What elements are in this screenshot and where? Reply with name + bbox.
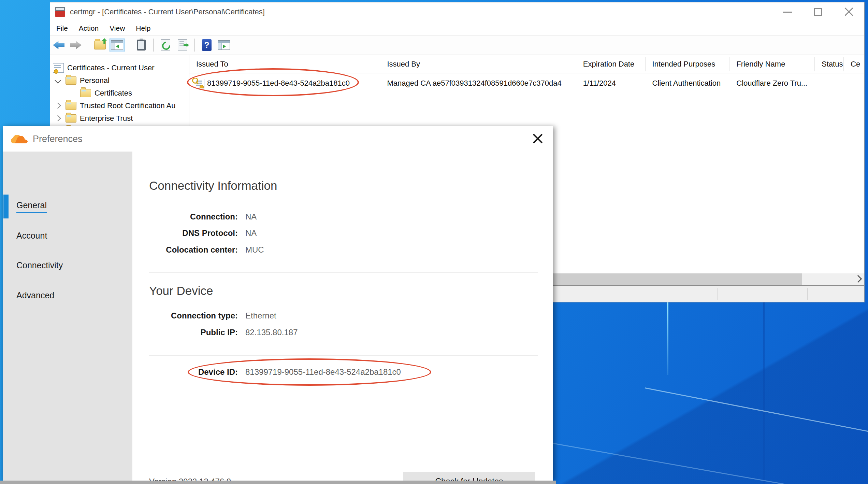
forward-button[interactable] xyxy=(68,38,83,52)
scroll-right-icon[interactable] xyxy=(854,275,862,283)
new-window-icon xyxy=(218,40,230,50)
statusbar-divider xyxy=(807,288,808,300)
dns-protocol-row: DNS Protocol: NA xyxy=(149,228,524,238)
column-header-issued-to[interactable]: Issued To xyxy=(189,57,380,71)
device-id-value: 81399719-9055-11ed-8e43-524a2ba181c0 xyxy=(245,367,401,377)
clipboard-icon xyxy=(137,40,146,51)
sidebar-item-account[interactable]: Account xyxy=(16,231,47,241)
minimize-icon xyxy=(783,12,792,13)
menu-action[interactable]: Action xyxy=(73,24,104,32)
tree-item-enterprise-trust[interactable]: Enterprise Trust xyxy=(56,112,133,125)
column-header-issued-by[interactable]: Issued By xyxy=(380,57,576,71)
connection-label: Connection: xyxy=(149,212,238,222)
colocation-center-row: Colocation center: MUC xyxy=(149,245,524,255)
tree-item-label: Certificates - Current User xyxy=(67,63,155,72)
folder-icon xyxy=(66,76,76,85)
export-list-icon xyxy=(178,39,187,51)
new-window-button[interactable] xyxy=(216,38,231,52)
sidebar-item-label: Connectivity xyxy=(16,260,63,270)
colocation-center-label: Colocation center: xyxy=(149,245,238,255)
show-console-tree-button[interactable] xyxy=(110,38,125,52)
preferences-sidebar: General Account Connectivity Advanced xyxy=(3,152,132,481)
statusbar-divider xyxy=(717,288,718,300)
certmgr-menubar: File Action View Help xyxy=(50,22,864,35)
dns-protocol-value: NA xyxy=(245,228,257,238)
wallpaper-floor-shade xyxy=(546,300,868,484)
certificate-table-row[interactable]: 81399719-9055-11ed-8e43-524a2ba181c0 Man… xyxy=(189,73,864,94)
tree-item-trusted-root[interactable]: Trusted Root Certification Au xyxy=(56,99,175,112)
folder-icon xyxy=(80,89,91,97)
connection-type-label: Connection type: xyxy=(149,311,238,321)
close-button[interactable] xyxy=(834,2,864,22)
column-header-intended-purposes[interactable]: Intended Purposes xyxy=(646,57,730,71)
tree-item-certificates-selected[interactable]: Certificates xyxy=(80,87,132,99)
menu-view[interactable]: View xyxy=(104,24,130,32)
chevron-right-icon[interactable] xyxy=(55,115,61,121)
list-header-row: Issued To Issued By Expiration Date Inte… xyxy=(189,55,864,73)
chevron-down-icon[interactable] xyxy=(55,77,61,83)
public-ip-row: Public IP: 82.135.80.187 xyxy=(149,328,524,337)
back-icon xyxy=(53,41,64,49)
certmgr-app-icon xyxy=(55,7,65,17)
preferences-titlebar[interactable]: Preferences xyxy=(3,126,553,152)
cloudflare-logo-icon xyxy=(10,133,28,145)
connection-type-value: Ethernet xyxy=(245,311,276,321)
toolbar-separator xyxy=(194,39,195,52)
sidebar-item-label: Advanced xyxy=(16,290,54,300)
certmgr-titlebar[interactable]: certmgr - [Certificates - Current User\P… xyxy=(50,2,864,22)
connection-value: NA xyxy=(245,212,257,222)
tree-item-label: Trusted Root Certification Au xyxy=(80,101,175,110)
sidebar-item-advanced[interactable]: Advanced xyxy=(16,290,54,300)
tree-item-root[interactable]: Certificates - Current User xyxy=(53,61,155,74)
sidebar-item-connectivity[interactable]: Connectivity xyxy=(16,260,63,270)
refresh-button[interactable] xyxy=(158,38,173,52)
column-header-expiration-date[interactable]: Expiration Date xyxy=(576,57,646,71)
column-header-certificate-template[interactable]: Ce xyxy=(844,57,864,71)
preferences-window: Preferences General Account Connectivity… xyxy=(3,126,553,481)
taskbar-edge-strip xyxy=(0,481,556,484)
refresh-icon xyxy=(161,39,170,51)
public-ip-label: Public IP: xyxy=(149,328,238,337)
folder-icon xyxy=(66,114,76,123)
sidebar-item-general[interactable]: General xyxy=(16,200,47,210)
certificate-with-key-icon xyxy=(192,78,204,88)
tree-item-label: Certificates xyxy=(95,89,132,98)
device-id-label: Device ID: xyxy=(149,367,238,377)
preferences-close-button[interactable] xyxy=(530,131,545,146)
cell-issued-by: Managed CA ae57f03931324f08591d660e7c370… xyxy=(380,79,576,88)
menu-file[interactable]: File xyxy=(50,24,73,32)
section-divider xyxy=(149,355,538,356)
preferences-content: Connectivity Information Connection: NA … xyxy=(132,152,553,481)
minimize-button[interactable] xyxy=(772,2,803,22)
tree-item-label: Enterprise Trust xyxy=(80,114,133,123)
maximize-button[interactable] xyxy=(803,2,834,22)
close-icon xyxy=(844,7,854,17)
properties-button[interactable] xyxy=(134,38,149,52)
up-one-level-button[interactable] xyxy=(92,38,107,52)
sidebar-item-label: Account xyxy=(16,231,47,240)
tree-item-label: Personal xyxy=(80,76,110,85)
section-divider xyxy=(149,272,538,273)
export-list-button[interactable] xyxy=(175,38,190,52)
preferences-title: Preferences xyxy=(33,134,83,144)
back-button[interactable] xyxy=(51,38,66,52)
wallpaper-light-beam xyxy=(667,302,668,375)
sidebar-item-label: General xyxy=(16,200,47,213)
certmgr-window-title: certmgr - [Certificates - Current User\P… xyxy=(70,8,265,16)
dns-protocol-label: DNS Protocol: xyxy=(149,228,238,238)
wallpaper-dark-beam xyxy=(763,302,765,484)
folder-icon xyxy=(66,102,76,110)
toolbar-separator xyxy=(153,39,154,52)
forward-icon xyxy=(70,41,82,49)
device-id-row: Device ID: 81399719-9055-11ed-8e43-524a2… xyxy=(149,367,524,377)
menu-help[interactable]: Help xyxy=(130,24,156,32)
connection-type-row: Connection type: Ethernet xyxy=(149,311,524,321)
help-button[interactable] xyxy=(199,38,214,52)
chevron-right-icon[interactable] xyxy=(55,102,61,109)
column-header-status[interactable]: Status xyxy=(815,57,844,71)
help-icon xyxy=(202,39,212,51)
column-header-friendly-name[interactable]: Friendly Name xyxy=(729,57,815,71)
certificates-store-icon xyxy=(53,63,64,73)
public-ip-value: 82.135.80.187 xyxy=(245,328,298,337)
tree-item-personal[interactable]: Personal xyxy=(56,74,110,87)
